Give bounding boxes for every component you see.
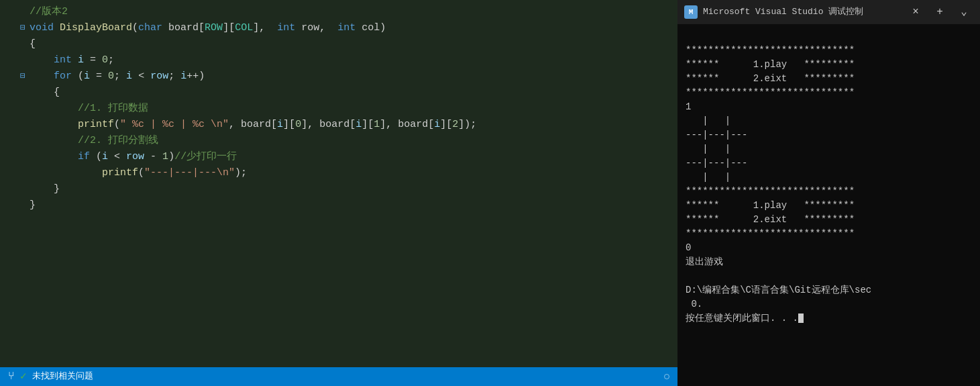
terminal-dropdown-button[interactable]: ⌄: [955, 3, 973, 21]
collapse-icon[interactable]: ⊟: [20, 70, 30, 83]
terminal-line-3: ****** 2.eixt *********: [686, 73, 855, 84]
code-content: }: [30, 181, 672, 197]
code-line-2: ⊟ void DisplayBoard(char board[ROW][COL]…: [0, 20, 677, 36]
code-content: if (i < row - 1)//少打印一行: [30, 149, 672, 164]
code-content: //2. 打印分割线: [30, 133, 672, 148]
code-line-4: int i = 0;: [0, 52, 677, 68]
editor-pane: //版本2 ⊟ void DisplayBoard(char board[ROW…: [0, 0, 677, 386]
code-line-13: }: [0, 197, 677, 213]
terminal-line-6: | |: [686, 115, 730, 126]
code-line-3: {: [0, 36, 677, 52]
terminal-line-9: ---|---|---: [686, 158, 747, 168]
terminal-line-17: D:\编程合集\C语言合集\Git远程仓库\sec: [686, 285, 871, 295]
cursor: [798, 313, 804, 323]
terminal-line-8: | |: [686, 144, 730, 154]
code-line-8: printf(" %c | %c | %c \n", board[i][0], …: [0, 117, 677, 133]
terminal-line-2: ****** 1.play *********: [686, 59, 855, 70]
no-problems-icon: ✓: [20, 369, 27, 385]
terminal-line-14: ******************************: [686, 228, 855, 239]
collapse-icon[interactable]: ⊟: [20, 21, 30, 35]
code-line-10: if (i < row - 1)//少打印一行: [0, 149, 677, 165]
code-content: }: [30, 197, 672, 213]
terminal-title-icon: M: [684, 5, 698, 19]
code-line-7: //1. 打印数据: [0, 101, 677, 117]
code-content: int i = 0;: [30, 52, 672, 68]
status-text: 未找到相关问题: [32, 370, 93, 383]
code-line-9: //2. 打印分割线: [0, 133, 677, 149]
code-line-1: //版本2: [0, 4, 677, 20]
status-bar: ⑂ ✓ 未找到相关问题: [0, 367, 677, 386]
code-content: {: [30, 36, 672, 52]
code-line-6: {: [0, 85, 677, 101]
code-line-11: printf("---|---|---\n");: [0, 165, 677, 181]
terminal-line-11: ******************************: [686, 186, 855, 197]
terminal-output: ****************************** ****** 1.…: [677, 24, 980, 386]
terminal-pane: M Microsoft Visual Studio 调试控制 × + ⌄ ***…: [677, 0, 980, 386]
code-line-12: }: [0, 181, 677, 197]
terminal-add-button[interactable]: +: [930, 3, 949, 21]
code-content: printf(" %c | %c | %c \n", board[i][0], …: [30, 117, 672, 132]
terminal-line-18: 0.: [686, 299, 702, 309]
code-content: //1. 打印数据: [30, 101, 672, 116]
branch-icon: ⑂: [8, 369, 15, 385]
code-line-5: ⊟ for (i = 0; i < row; i++): [0, 68, 677, 85]
terminal-line-5: 1: [686, 101, 691, 112]
terminal-titlebar: M Microsoft Visual Studio 调试控制 × + ⌄: [677, 0, 980, 24]
terminal-title-text: Microsoft Visual Studio 调试控制: [703, 5, 901, 19]
terminal-line-1: ******************************: [686, 45, 855, 56]
terminal-line-15: 0: [686, 242, 691, 253]
terminal-line-10: | |: [686, 172, 730, 183]
terminal-line-13: ****** 2.eixt *********: [686, 214, 855, 225]
code-content: for (i = 0; i < row; i++): [30, 68, 672, 84]
terminal-line-12: ****** 1.play *********: [686, 200, 855, 211]
status-left: ⑂ ✓ 未找到相关问题: [8, 369, 93, 385]
code-content: //版本2: [30, 4, 672, 19]
code-area: //版本2 ⊟ void DisplayBoard(char board[ROW…: [0, 0, 677, 367]
terminal-close-button[interactable]: ×: [906, 3, 925, 21]
code-content: printf("---|---|---\n");: [30, 165, 672, 181]
terminal-line-16: 退出游戏: [686, 256, 723, 267]
code-content: {: [30, 85, 672, 100]
scroll-indicator[interactable]: [664, 374, 669, 379]
code-content: void DisplayBoard(char board[ROW][COL], …: [30, 20, 672, 36]
terminal-line-4: ******************************: [686, 87, 855, 98]
terminal-line-7: ---|---|---: [686, 130, 747, 140]
terminal-line-19: 按任意键关闭此窗口. . .: [686, 313, 804, 324]
